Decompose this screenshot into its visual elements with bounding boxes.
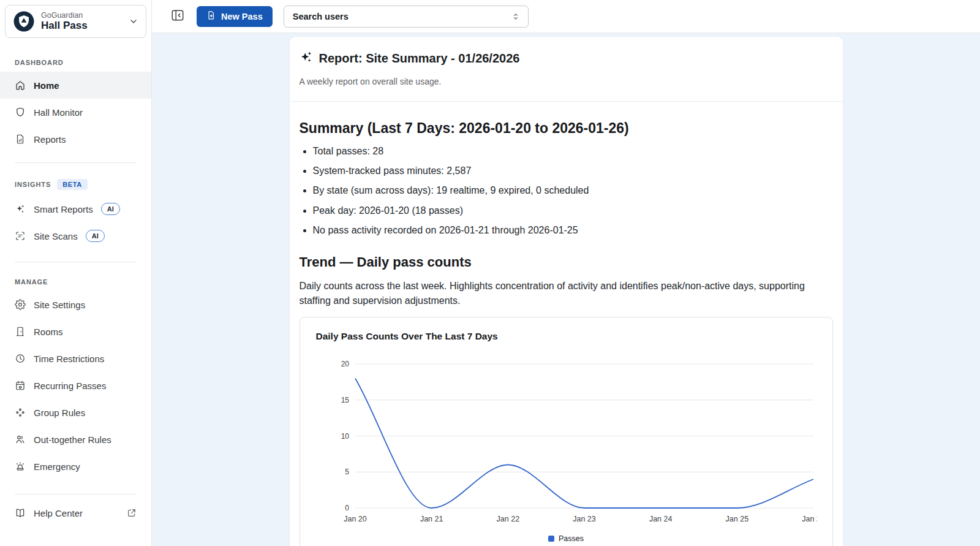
beta-badge: BETA — [57, 179, 88, 190]
shield-icon — [15, 107, 26, 118]
svg-text:5: 5 — [345, 468, 349, 476]
sidebar-item-site-scans[interactable]: Site Scans AI — [0, 222, 151, 249]
sidebar-item-time-restrictions[interactable]: Time Restrictions — [0, 345, 151, 372]
users-icon — [15, 434, 26, 445]
diamond-cluster-icon — [15, 407, 26, 418]
summary-bullet: System-tracked pass minutes: 2,587 — [313, 164, 833, 178]
sidebar-item-label: Smart Reports — [34, 204, 93, 214]
ai-badge: AI — [101, 203, 120, 215]
sidebar-item-label: Recurring Passes — [34, 381, 106, 391]
sidebar-item-label: Hall Monitor — [34, 107, 83, 118]
external-link-icon — [127, 508, 137, 518]
sidebar-item-reports[interactable]: Reports — [0, 126, 151, 153]
svg-text:10: 10 — [341, 431, 349, 440]
collapse-sidebar-button[interactable] — [170, 9, 186, 25]
summary-bullet: Peak day: 2026-01-20 (18 passes) — [313, 203, 833, 218]
new-pass-button[interactable]: New Pass — [197, 6, 273, 27]
document-chart-icon — [15, 134, 26, 145]
legend-swatch — [548, 536, 554, 542]
ai-badge: AI — [86, 230, 105, 242]
sidebar-item-group-rules[interactable]: Group Rules — [0, 399, 151, 426]
brand-product: Hall Pass — [41, 20, 123, 32]
svg-text:Jan 22: Jan 22 — [496, 515, 519, 523]
search-users-value: Search users — [293, 12, 349, 21]
svg-text:0: 0 — [345, 504, 349, 512]
legend-label: Passes — [559, 534, 584, 543]
sidebar-item-label: Site Settings — [34, 300, 85, 310]
summary-bullet: By state (sum across days): 19 realtime,… — [313, 183, 833, 197]
sidebar-divider — [15, 494, 137, 495]
sidebar-item-emergency[interactable]: Emergency — [0, 453, 151, 480]
door-icon — [15, 326, 26, 337]
book-icon — [15, 507, 26, 518]
sidebar-item-label: Group Rules — [34, 408, 85, 418]
sparkles-icon — [300, 50, 313, 67]
topbar: New Pass Search users — [152, 0, 980, 33]
sidebar-section-manage: MANAGE — [0, 262, 151, 291]
sidebar-item-label: Home — [34, 80, 59, 91]
collapse-panel-icon — [171, 9, 184, 24]
brand-company: GoGuardian — [41, 11, 123, 20]
svg-text:15: 15 — [341, 396, 349, 404]
report-title-text: Report: Site Summary - 01/26/2026 — [319, 51, 520, 66]
svg-text:Jan 21: Jan 21 — [420, 515, 443, 523]
content-scroll-area[interactable]: Report: Site Summary - 01/26/2026 A week… — [152, 33, 980, 546]
sidebar-item-rooms[interactable]: Rooms — [0, 318, 151, 345]
clock-icon — [15, 353, 26, 364]
report-title: Report: Site Summary - 01/26/2026 — [300, 50, 833, 67]
svg-text:Jan 25: Jan 25 — [725, 515, 748, 523]
goguardian-logo-icon — [13, 10, 35, 32]
sidebar-item-site-settings[interactable]: Site Settings — [0, 291, 151, 318]
sparkles-icon — [15, 203, 26, 214]
chart-card: Daily Pass Counts Over The Last 7 Days 0… — [300, 317, 833, 546]
sidebar-item-recurring-passes[interactable]: Recurring Passes — [0, 372, 151, 399]
sidebar-item-label: Out-together Rules — [34, 434, 111, 445]
trend-heading: Trend — Daily pass counts — [300, 254, 833, 270]
sidebar-item-smart-reports[interactable]: Smart Reports AI — [0, 195, 151, 222]
pass-trend-chart: 05101520Jan 20Jan 21Jan 22Jan 23Jan 24Ja… — [316, 347, 817, 528]
gear-icon — [15, 299, 26, 310]
sidebar-item-hall-monitor[interactable]: Hall Monitor — [0, 99, 151, 126]
sidebar-item-home[interactable]: Home — [0, 72, 151, 99]
home-icon — [15, 80, 26, 91]
summary-bullet: Total passes: 28 — [313, 144, 833, 158]
sidebar-item-label: Emergency — [34, 461, 80, 472]
summary-bullet: No pass activity recorded on 2026-01-21 … — [313, 223, 833, 237]
summary-list: Total passes: 28 System-tracked pass min… — [313, 144, 833, 237]
brand-text: GoGuardian Hall Pass — [41, 11, 123, 32]
report-header: Report: Site Summary - 01/26/2026 A week… — [290, 37, 843, 101]
report-body: Summary (Last 7 Days: 2026-01-20 to 2026… — [290, 120, 843, 546]
main-area: New Pass Search users Report: Site Summa… — [152, 0, 980, 546]
scan-icon — [15, 230, 26, 241]
chevron-down-icon — [129, 17, 138, 26]
chart-title: Daily Pass Counts Over The Last 7 Days — [316, 331, 816, 342]
chart-legend: Passes — [316, 534, 816, 543]
svg-text:Jan 20: Jan 20 — [344, 515, 367, 523]
card-divider — [290, 101, 843, 102]
sidebar-footer: Help Center — [0, 484, 151, 546]
svg-text:Jan 26: Jan 26 — [802, 515, 817, 523]
sidebar-item-label: Rooms — [34, 327, 63, 337]
report-subtitle: A weekly report on overall site usage. — [300, 77, 833, 86]
svg-text:Jan 24: Jan 24 — [649, 515, 672, 523]
summary-heading: Summary (Last 7 Days: 2026-01-20 to 2026… — [300, 120, 833, 137]
calendar-repeat-icon — [15, 380, 26, 391]
sidebar-section-dashboard: DASHBOARD — [0, 43, 151, 72]
trend-description: Daily counts across the last week. Highl… — [300, 279, 830, 308]
sidebar-section-insights: INSIGHTS BETA — [0, 163, 151, 195]
sidebar-item-out-together-rules[interactable]: Out-together Rules — [0, 426, 151, 453]
sidebar: GoGuardian Hall Pass DASHBOARD Home Hall… — [0, 0, 152, 546]
svg-text:Jan 23: Jan 23 — [573, 515, 596, 523]
section-label-text: INSIGHTS — [15, 181, 51, 188]
sidebar-item-label: Time Restrictions — [34, 354, 104, 364]
app-root: GoGuardian Hall Pass DASHBOARD Home Hall… — [0, 0, 980, 546]
sidebar-item-label: Reports — [34, 134, 66, 145]
search-users-select[interactable]: Search users — [284, 6, 529, 28]
svg-text:20: 20 — [341, 360, 349, 368]
chevron-updown-icon — [511, 12, 521, 21]
sidebar-item-label: Site Scans — [34, 231, 78, 241]
sidebar-item-label: Help Center — [34, 508, 83, 518]
sidebar-item-help-center[interactable]: Help Center — [0, 499, 151, 526]
new-pass-label: New Pass — [221, 12, 263, 21]
org-switcher[interactable]: GoGuardian Hall Pass — [5, 5, 146, 38]
